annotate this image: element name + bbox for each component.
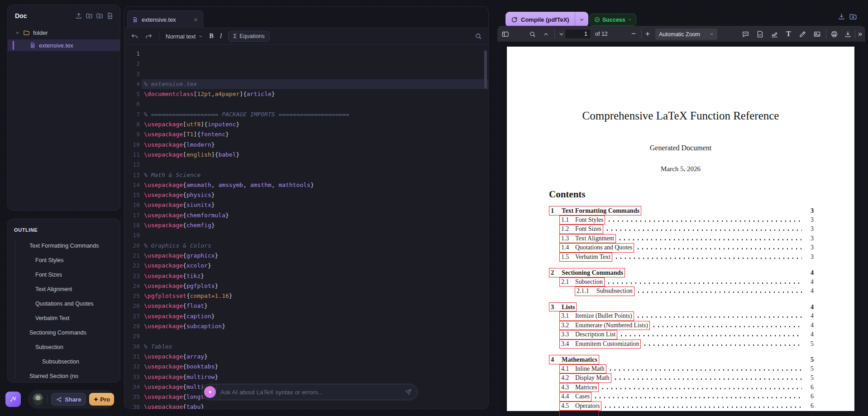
outline-item[interactable]: Font Sizes (8, 268, 120, 282)
toc-link[interactable]: 1.3Text Alignment (559, 234, 616, 244)
next-page-icon[interactable] (558, 26, 564, 42)
chevron-down-icon[interactable] (15, 30, 20, 35)
code-line[interactable] (142, 230, 488, 240)
highlight-tool-icon[interactable] (771, 26, 778, 42)
toc-link[interactable]: 1.2Font Sizes (559, 225, 603, 234)
toc-link[interactable]: 1.4Quotations and Quotes (559, 243, 634, 253)
app-logo[interactable] (5, 392, 21, 407)
code-line[interactable]: \usepackage{siunitx} (142, 200, 488, 210)
code-line[interactable]: \documentclass[12pt,a4paper]{article} (142, 89, 488, 99)
code-line[interactable]: \usepackage{xcolor} (142, 261, 488, 271)
comment-tool-icon[interactable] (742, 26, 749, 42)
toc-link[interactable]: 4.6Symbols (559, 411, 599, 416)
code-line[interactable]: \usepackage[T1]{fontenc} (142, 129, 488, 139)
toc-link[interactable]: 2Sectioning Commands (549, 268, 625, 277)
toc-link[interactable]: 3.2Enumerate (Numbered Lists) (559, 321, 650, 330)
zoom-in-icon[interactable]: + (645, 26, 650, 42)
sidebar-toggle-icon[interactable] (501, 26, 509, 42)
code-line[interactable]: % Tables (142, 342, 488, 352)
toc-link[interactable]: 2.1.1Subsubsection (575, 287, 634, 296)
code-line[interactable]: \usepackage[utf8]{inputenc} (142, 120, 488, 129)
import-folder-icon[interactable] (96, 12, 103, 19)
status-badge[interactable]: Success (590, 14, 636, 26)
toc-link[interactable]: 4.1Inline Math (559, 364, 606, 374)
toc-link[interactable]: 3Lists (549, 302, 577, 312)
outline-item[interactable]: Text Formatting Commands (8, 239, 120, 253)
code-line[interactable]: \usepackage{multirow} (142, 372, 488, 382)
paragraph-style-select[interactable]: Normal text (166, 33, 203, 40)
send-icon[interactable] (405, 388, 412, 396)
more-tools-icon[interactable]: » (858, 26, 862, 42)
search-icon[interactable] (475, 33, 482, 40)
code-line[interactable]: \usepackage[english]{babel} (142, 150, 488, 160)
close-tab-icon[interactable] (193, 17, 198, 22)
new-folder-icon[interactable] (86, 12, 93, 19)
toc-link[interactable]: 3.4Enumitem Customization (559, 339, 641, 349)
avatar[interactable] (33, 393, 43, 406)
toc-link[interactable]: 2.1Subsection (559, 277, 605, 287)
ai-input[interactable] (220, 389, 405, 396)
upload-icon[interactable] (75, 12, 82, 19)
toc-link[interactable]: 1.1Font Styles (559, 215, 605, 225)
compile-button[interactable]: Compile (pdfTeX) (506, 12, 588, 27)
toc-link[interactable]: 1.5Verbatim Text (559, 253, 612, 262)
code-line[interactable]: \usepackage{tikz} (142, 271, 488, 281)
previous-page-icon[interactable] (543, 26, 549, 42)
undo-icon[interactable] (131, 33, 138, 40)
code-line[interactable]: \usepackage{tabu} (142, 402, 488, 409)
equations-button[interactable]: Σ Equations (228, 31, 269, 42)
toc-link[interactable]: 4Mathematics (549, 355, 599, 364)
code-line[interactable]: % Math & Science (142, 170, 488, 180)
code-line[interactable]: \usepackage{booktabs} (142, 362, 488, 372)
code-line[interactable]: \usepackage{amsmath, amssymb, amsthm, ma… (142, 180, 488, 190)
code-line[interactable]: \usepackage{subcaption} (142, 321, 488, 331)
outline-item[interactable]: Font Styles (8, 253, 120, 268)
tab-extensive-tex[interactable]: extensive.tex (127, 10, 203, 28)
toc-link[interactable]: 3.3Description List (559, 330, 617, 339)
code-line[interactable]: \pgfplotsset{compat=1.16} (142, 291, 488, 301)
draw-tool-icon[interactable] (799, 26, 806, 42)
code-line[interactable] (142, 160, 488, 170)
zoom-out-icon[interactable]: − (631, 26, 636, 42)
code-line[interactable] (142, 99, 488, 109)
italic-button[interactable]: I (220, 33, 222, 40)
save-file-icon[interactable] (844, 26, 852, 42)
bold-button[interactable]: B (209, 33, 213, 40)
outline-item[interactable]: Verbatim Text (8, 311, 120, 325)
code-line[interactable]: \usepackage{physics} (142, 190, 488, 200)
code-line[interactable]: \usepackage{lmodern} (142, 140, 488, 150)
pro-button[interactable]: ✦ Pro (89, 393, 114, 406)
code-line[interactable]: \usepackage{graphicx} (142, 251, 488, 261)
tree-folder-row[interactable]: folder (8, 27, 120, 38)
toc-link[interactable]: 3.1Itemize (Bullet Points) (559, 311, 634, 321)
code-line[interactable]: \usepackage{caption} (142, 311, 488, 321)
tree-file-row-selected[interactable]: extensive.tex (8, 39, 120, 51)
pdf-view-area[interactable]: Comprehensive LaTeX Function Reference G… (497, 42, 865, 416)
code-line[interactable]: \usepackage{chemformula} (142, 210, 488, 220)
code-line[interactable]: % =================== PACKAGE IMPORTS ==… (142, 110, 488, 120)
code-line[interactable] (142, 331, 488, 341)
search-icon[interactable] (529, 26, 536, 42)
outline-item[interactable]: Starred Section (no (8, 369, 120, 383)
code-line[interactable]: \usepackage{array} (142, 352, 488, 362)
download-pdf-icon[interactable] (838, 13, 845, 20)
outline-item[interactable]: Subsubsection (8, 354, 120, 369)
outline-item[interactable]: Text Alignment (8, 282, 120, 296)
toc-link[interactable]: 4.2Display Math (559, 373, 611, 383)
code-line[interactable]: % extensive.tex (142, 79, 488, 89)
outline-item[interactable]: Subsection (8, 340, 120, 354)
outline-item[interactable]: Sectioning Commands (8, 325, 120, 340)
signature-tool-icon[interactable] (756, 26, 764, 42)
outline-item[interactable]: Quotations and Quotes (8, 296, 120, 311)
toc-link[interactable]: 4.3Matrices (559, 383, 599, 392)
code-line[interactable]: \usepackage{pgfplots} (142, 281, 488, 291)
share-button[interactable]: Share (51, 393, 86, 406)
toc-link[interactable]: 1Text Formatting Commands (549, 206, 641, 215)
code-line[interactable]: \usepackage{chemfig} (142, 220, 488, 230)
page-number-input[interactable] (565, 29, 591, 39)
text-tool-icon[interactable]: T (786, 26, 791, 42)
export-folder-icon[interactable] (849, 13, 857, 21)
toc-link[interactable]: 4.5Operators (559, 402, 601, 411)
code-editor[interactable]: 1234567891011121314151617181920212223242… (124, 45, 488, 409)
new-file-icon[interactable] (106, 12, 114, 19)
